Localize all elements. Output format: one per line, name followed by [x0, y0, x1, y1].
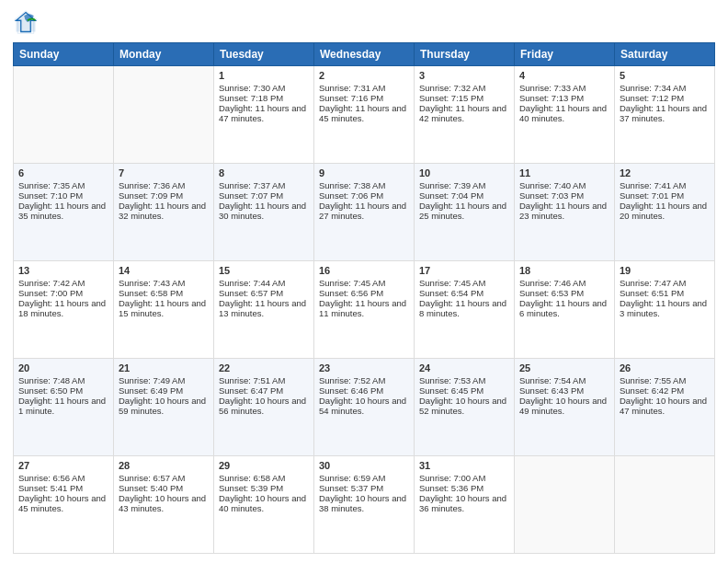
daylight-text: Daylight: 11 hours and 37 minutes. [620, 103, 707, 123]
calendar-cell: 28Sunrise: 6:57 AMSunset: 5:40 PMDayligh… [114, 456, 214, 554]
sunrise-text: Sunrise: 7:49 AM [119, 375, 185, 385]
day-number: 18 [519, 265, 609, 276]
daylight-text: Daylight: 11 hours and 45 minutes. [319, 103, 406, 123]
daylight-text: Daylight: 11 hours and 42 minutes. [419, 103, 506, 123]
daylight-text: Daylight: 11 hours and 32 minutes. [119, 201, 206, 221]
day-number: 25 [519, 362, 609, 373]
sunset-text: Sunset: 7:13 PM [519, 93, 584, 103]
day-number: 3 [419, 70, 509, 81]
calendar-cell: 14Sunrise: 7:43 AMSunset: 6:58 PMDayligh… [114, 261, 214, 359]
day-number: 24 [419, 362, 509, 373]
calendar-cell: 1Sunrise: 7:30 AMSunset: 7:18 PMDaylight… [214, 66, 314, 164]
sunset-text: Sunset: 7:06 PM [319, 190, 383, 201]
sunset-text: Sunset: 6:42 PM [620, 385, 684, 396]
day-number: 31 [419, 460, 509, 471]
sunset-text: Sunset: 6:43 PM [519, 385, 584, 396]
sunrise-text: Sunrise: 7:51 AM [219, 375, 285, 385]
daylight-text: Daylight: 10 hours and 36 minutes. [419, 493, 506, 513]
daylight-text: Daylight: 10 hours and 49 minutes. [519, 396, 607, 416]
daylight-text: Daylight: 11 hours and 25 minutes. [419, 201, 506, 221]
calendar-cell: 6Sunrise: 7:35 AMSunset: 7:10 PMDaylight… [14, 164, 114, 261]
daylight-text: Daylight: 11 hours and 27 minutes. [319, 201, 406, 221]
page: SundayMondayTuesdayWednesdayThursdayFrid… [0, 0, 728, 563]
sunset-text: Sunset: 6:58 PM [119, 288, 183, 298]
calendar-cell: 22Sunrise: 7:51 AMSunset: 6:47 PMDayligh… [214, 359, 314, 456]
calendar-cell: 11Sunrise: 7:40 AMSunset: 7:03 PMDayligh… [515, 164, 615, 261]
week-row-5: 27Sunrise: 6:56 AMSunset: 5:41 PMDayligh… [14, 456, 715, 554]
sunset-text: Sunset: 5:36 PM [419, 483, 483, 493]
calendar-cell [14, 66, 114, 164]
day-header-thursday: Thursday [415, 43, 515, 66]
daylight-text: Daylight: 10 hours and 47 minutes. [620, 396, 707, 416]
sunrise-text: Sunrise: 7:47 AM [620, 278, 686, 288]
sunset-text: Sunset: 6:51 PM [620, 288, 684, 298]
sunrise-text: Sunrise: 7:52 AM [319, 375, 385, 385]
day-number: 5 [620, 70, 710, 81]
sunrise-text: Sunrise: 7:30 AM [219, 83, 285, 93]
week-row-3: 13Sunrise: 7:42 AMSunset: 7:00 PMDayligh… [14, 261, 715, 359]
calendar-table: SundayMondayTuesdayWednesdayThursdayFrid… [13, 42, 715, 554]
daylight-text: Daylight: 11 hours and 47 minutes. [219, 103, 306, 123]
sunset-text: Sunset: 6:54 PM [419, 288, 483, 298]
calendar-cell: 17Sunrise: 7:45 AMSunset: 6:54 PMDayligh… [415, 261, 515, 359]
daylight-text: Daylight: 11 hours and 23 minutes. [519, 201, 607, 221]
day-header-friday: Friday [515, 43, 615, 66]
day-number: 30 [319, 460, 409, 471]
sunset-text: Sunset: 7:04 PM [419, 190, 483, 201]
day-number: 29 [219, 460, 309, 471]
sunrise-text: Sunrise: 7:45 AM [419, 278, 485, 288]
week-row-4: 20Sunrise: 7:48 AMSunset: 6:50 PMDayligh… [14, 359, 715, 456]
calendar-cell: 12Sunrise: 7:41 AMSunset: 7:01 PMDayligh… [615, 164, 715, 261]
sunrise-text: Sunrise: 7:42 AM [18, 278, 85, 288]
daylight-text: Daylight: 10 hours and 45 minutes. [18, 493, 106, 513]
calendar-cell: 24Sunrise: 7:53 AMSunset: 6:45 PMDayligh… [415, 359, 515, 456]
calendar-cell: 30Sunrise: 6:59 AMSunset: 5:37 PMDayligh… [314, 456, 415, 554]
calendar-cell: 19Sunrise: 7:47 AMSunset: 6:51 PMDayligh… [615, 261, 715, 359]
sunset-text: Sunset: 7:09 PM [119, 190, 183, 201]
sunrise-text: Sunrise: 7:00 AM [419, 473, 485, 483]
sunset-text: Sunset: 6:50 PM [18, 385, 83, 396]
day-number: 13 [18, 265, 108, 276]
sunset-text: Sunset: 6:49 PM [119, 385, 183, 396]
daylight-text: Daylight: 10 hours and 59 minutes. [119, 396, 206, 416]
daylight-text: Daylight: 11 hours and 8 minutes. [419, 298, 506, 318]
daylight-text: Daylight: 11 hours and 13 minutes. [219, 298, 306, 318]
sunrise-text: Sunrise: 7:37 AM [219, 180, 285, 190]
sunset-text: Sunset: 7:10 PM [18, 190, 83, 201]
calendar-cell: 4Sunrise: 7:33 AMSunset: 7:13 PMDaylight… [515, 66, 615, 164]
sunrise-text: Sunrise: 7:38 AM [319, 180, 385, 190]
sunset-text: Sunset: 5:41 PM [18, 483, 83, 493]
day-number: 12 [620, 167, 710, 178]
day-header-wednesday: Wednesday [314, 43, 415, 66]
calendar-cell: 27Sunrise: 6:56 AMSunset: 5:41 PMDayligh… [14, 456, 114, 554]
day-number: 8 [219, 167, 309, 178]
calendar-cell: 2Sunrise: 7:31 AMSunset: 7:16 PMDaylight… [314, 66, 415, 164]
calendar-cell [515, 456, 615, 554]
day-number: 15 [219, 265, 309, 276]
sunrise-text: Sunrise: 7:33 AM [519, 83, 586, 93]
week-row-1: 1Sunrise: 7:30 AMSunset: 7:18 PMDaylight… [14, 66, 715, 164]
sunrise-text: Sunrise: 7:40 AM [519, 180, 586, 190]
sunrise-text: Sunrise: 7:36 AM [119, 180, 185, 190]
sunset-text: Sunset: 6:57 PM [219, 288, 283, 298]
calendar-cell: 23Sunrise: 7:52 AMSunset: 6:46 PMDayligh… [314, 359, 415, 456]
calendar-cell: 21Sunrise: 7:49 AMSunset: 6:49 PMDayligh… [114, 359, 214, 456]
calendar-cell: 18Sunrise: 7:46 AMSunset: 6:53 PMDayligh… [515, 261, 615, 359]
daylight-text: Daylight: 10 hours and 43 minutes. [119, 493, 206, 513]
sunrise-text: Sunrise: 7:31 AM [319, 83, 385, 93]
sunset-text: Sunset: 7:18 PM [219, 93, 283, 103]
day-number: 28 [119, 460, 209, 471]
calendar-header-row: SundayMondayTuesdayWednesdayThursdayFrid… [14, 43, 715, 66]
calendar-cell: 13Sunrise: 7:42 AMSunset: 7:00 PMDayligh… [14, 261, 114, 359]
sunset-text: Sunset: 5:39 PM [219, 483, 283, 493]
sunrise-text: Sunrise: 7:43 AM [119, 278, 185, 288]
day-header-saturday: Saturday [615, 43, 715, 66]
daylight-text: Daylight: 10 hours and 54 minutes. [319, 396, 406, 416]
day-number: 23 [319, 362, 409, 373]
day-number: 27 [18, 460, 108, 471]
day-number: 21 [119, 362, 209, 373]
day-header-sunday: Sunday [14, 43, 114, 66]
sunrise-text: Sunrise: 7:35 AM [18, 180, 85, 190]
week-row-2: 6Sunrise: 7:35 AMSunset: 7:10 PMDaylight… [14, 164, 715, 261]
sunset-text: Sunset: 7:03 PM [519, 190, 584, 201]
